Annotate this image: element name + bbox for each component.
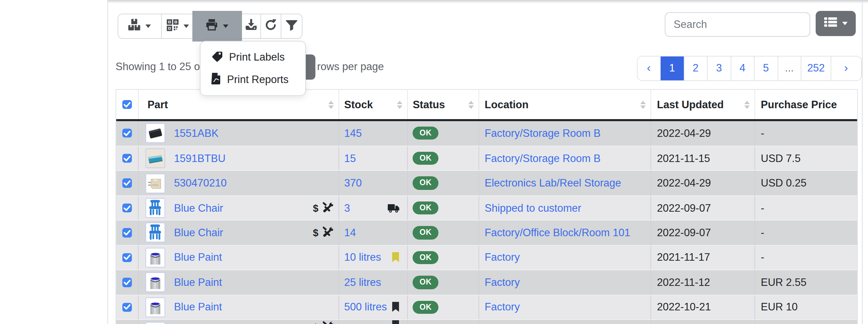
location-cell: Factory/Office Block/Room 101 bbox=[479, 221, 651, 245]
row-checkbox[interactable] bbox=[122, 154, 132, 163]
column-header-purchase-price[interactable]: Purchase Price bbox=[756, 90, 857, 119]
part-link[interactable]: Blue Paint bbox=[174, 301, 222, 313]
refresh-icon bbox=[264, 18, 277, 34]
part-thumbnail[interactable] bbox=[145, 248, 165, 268]
stock-link[interactable]: 3 bbox=[344, 202, 350, 214]
next-page-button[interactable]: › bbox=[831, 56, 861, 80]
location-link[interactable]: Factory/Storage Room B bbox=[485, 127, 601, 139]
location-cell: Shipped to customer bbox=[479, 196, 651, 220]
page-button-2[interactable]: 2 bbox=[684, 56, 708, 80]
part-cell: Blue Chair$ bbox=[139, 196, 340, 220]
expand-tree-button[interactable] bbox=[118, 14, 161, 38]
chevron-down-icon bbox=[223, 25, 229, 28]
page-button-1[interactable]: 1 bbox=[661, 56, 684, 80]
menu-item-print-reports[interactable]: Print Reports bbox=[201, 68, 305, 91]
page-button-5[interactable]: 5 bbox=[754, 56, 778, 80]
search-input[interactable] bbox=[665, 12, 810, 37]
part-thumbnail[interactable] bbox=[145, 322, 165, 324]
table-row: 530470210370OKElectronics Lab/Reel Stora… bbox=[116, 171, 857, 195]
stock-link[interactable]: 10 litres bbox=[344, 252, 381, 264]
stock-link[interactable]: 15 bbox=[344, 152, 356, 164]
part-thumbnail[interactable] bbox=[145, 273, 165, 292]
location-link[interactable]: Factory bbox=[485, 252, 520, 264]
print-dropdown-menu: Print LabelsPrint Reports bbox=[200, 40, 306, 96]
row-checkbox[interactable] bbox=[122, 253, 132, 262]
column-header-stock[interactable]: Stock bbox=[340, 90, 408, 119]
location-link[interactable]: Factory bbox=[485, 276, 520, 289]
row-checkbox[interactable] bbox=[122, 179, 132, 188]
table-row: Blue Paint25 litresOKFactory2022-11-12EU… bbox=[116, 270, 857, 294]
location-link[interactable]: Shipped to customer bbox=[485, 202, 581, 214]
stock-link[interactable]: 14 bbox=[344, 227, 356, 239]
table-body: 1551ABK145OKFactory/Storage Room B2022-0… bbox=[116, 121, 857, 324]
column-header-location[interactable]: Location bbox=[479, 90, 651, 119]
part-link[interactable]: 1551ABK bbox=[174, 127, 219, 139]
column-header-status[interactable]: Status bbox=[408, 90, 479, 119]
stock-link[interactable]: 145 bbox=[344, 127, 362, 139]
stock-cell: 3 bbox=[340, 196, 408, 220]
purchase-price-cell: - bbox=[756, 245, 857, 270]
table-row: 1591BTBU15OKFactory/Storage Room B2021-1… bbox=[116, 146, 857, 171]
location-link[interactable]: Factory bbox=[485, 301, 520, 313]
stock-cell bbox=[340, 320, 408, 324]
refresh-button[interactable] bbox=[261, 14, 281, 38]
chevron-down-icon bbox=[146, 25, 151, 28]
location-cell: Factory/Storage Room B bbox=[479, 121, 651, 146]
tools-icon bbox=[323, 226, 333, 240]
part-thumbnail[interactable] bbox=[145, 297, 165, 317]
printer-icon bbox=[206, 18, 219, 34]
part-flags: $ bbox=[313, 321, 333, 324]
part-flags: $ bbox=[313, 201, 333, 215]
part-link[interactable]: Blue Chair bbox=[174, 227, 223, 239]
stock-link[interactable]: 370 bbox=[344, 177, 362, 189]
part-link[interactable]: Blue Paint bbox=[174, 252, 222, 264]
purchase-price-cell: - bbox=[756, 196, 857, 220]
checkbox-cell bbox=[116, 146, 139, 171]
select-all-header[interactable] bbox=[116, 90, 139, 119]
filter-button[interactable] bbox=[281, 14, 301, 38]
print-button[interactable] bbox=[192, 11, 242, 42]
row-checkbox[interactable] bbox=[122, 303, 132, 312]
page-button-4[interactable]: 4 bbox=[731, 56, 754, 80]
location-link[interactable]: Factory/Storage Room B bbox=[485, 152, 601, 164]
part-link[interactable]: Blue Paint bbox=[174, 276, 222, 289]
part-link[interactable]: Blue Chair bbox=[174, 202, 223, 214]
location-link[interactable]: Factory/Office Block/Room 101 bbox=[485, 227, 630, 239]
prev-page-button[interactable]: ‹ bbox=[638, 56, 661, 80]
qr-scan-button[interactable] bbox=[161, 14, 195, 38]
parts-table: PartStockStatusLocationLast UpdatedPurch… bbox=[116, 89, 858, 324]
location-link[interactable]: Electronics Lab/Reel Storage bbox=[485, 177, 621, 189]
sort-arrows-icon bbox=[640, 100, 645, 109]
row-checkbox[interactable] bbox=[122, 204, 132, 213]
part-link[interactable]: 1591BTBU bbox=[174, 152, 226, 164]
status-badge: OK bbox=[413, 152, 438, 165]
download-button[interactable] bbox=[242, 14, 261, 38]
menu-item-print-labels[interactable]: Print Labels bbox=[201, 46, 305, 68]
part-thumbnail[interactable] bbox=[145, 198, 165, 218]
select-all-checkbox[interactable] bbox=[122, 100, 132, 109]
part-thumbnail[interactable] bbox=[145, 123, 165, 143]
page-button-252[interactable]: 252 bbox=[801, 56, 831, 80]
part-cell: 1591BTBU bbox=[139, 146, 340, 171]
part-cell: Blue Paint bbox=[139, 270, 340, 294]
column-header-last-updated[interactable]: Last Updated bbox=[651, 90, 755, 119]
purchase-price-cell: USD 0.25 bbox=[756, 171, 857, 195]
stock-link[interactable]: 25 litres bbox=[344, 276, 381, 289]
part-thumbnail[interactable] bbox=[145, 173, 165, 193]
part-link[interactable]: 530470210 bbox=[174, 177, 227, 189]
part-thumbnail[interactable] bbox=[145, 148, 165, 168]
download-icon bbox=[244, 18, 257, 34]
part-cell: Blue Paint bbox=[139, 245, 340, 270]
status-cell bbox=[408, 320, 479, 324]
stock-link[interactable]: 500 litres bbox=[344, 301, 387, 313]
qrcode-icon bbox=[167, 19, 179, 34]
pagination: ‹12345...252› bbox=[637, 55, 862, 81]
bookmark-dark-icon bbox=[392, 320, 400, 324]
inventory-page: Showing 1 to 25 of rows per page Print L… bbox=[0, 0, 868, 324]
page-button-3[interactable]: 3 bbox=[708, 56, 731, 80]
row-checkbox[interactable] bbox=[122, 228, 132, 237]
column-settings-button[interactable] bbox=[816, 11, 856, 36]
part-thumbnail[interactable] bbox=[145, 223, 165, 243]
row-checkbox[interactable] bbox=[122, 129, 132, 138]
row-checkbox[interactable] bbox=[122, 278, 132, 287]
